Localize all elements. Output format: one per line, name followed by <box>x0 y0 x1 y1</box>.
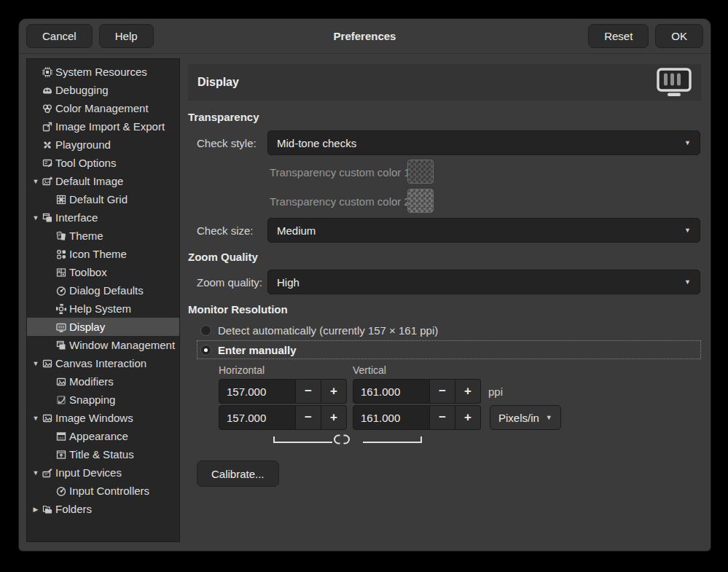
sidebar-item-label: Theme <box>69 230 103 242</box>
increment-button[interactable]: + <box>321 379 347 404</box>
input-controllers-icon <box>55 485 67 497</box>
titlebar-right-buttons: Reset OK <box>588 24 703 48</box>
chevron-down-icon[interactable]: ▼ <box>31 360 41 367</box>
decrement-button[interactable]: − <box>296 379 321 404</box>
sidebar-item-help-system[interactable]: Help System <box>27 299 179 318</box>
vertical-unit-input[interactable] <box>353 405 430 430</box>
sidebar-item-icon-theme[interactable]: Icon Theme <box>27 245 179 263</box>
input-devices-icon <box>41 467 53 479</box>
dialog-defaults-icon <box>55 285 67 297</box>
ppi-unit-label: ppi <box>488 379 503 404</box>
indent-spacer <box>41 199 55 200</box>
snapping-icon <box>55 394 67 406</box>
sidebar-item-label: Display <box>69 321 105 333</box>
increment-button[interactable]: + <box>455 405 481 430</box>
title-status-icon <box>55 449 67 461</box>
sidebar-item-display[interactable]: Display <box>27 318 179 336</box>
decrement-button[interactable]: − <box>430 405 455 430</box>
sidebar-item-modifiers[interactable]: Modifiers <box>27 372 179 391</box>
sidebar-item-input-devices[interactable]: ▼Input Devices <box>27 463 179 482</box>
ok-button[interactable]: OK <box>655 24 703 48</box>
image-star-icon <box>41 176 53 187</box>
sidebar-item-default-image[interactable]: ▼Default Image <box>27 172 179 190</box>
sidebar-item-color-management[interactable]: Color Management <box>27 99 179 117</box>
sidebar-item-theme[interactable]: Theme <box>27 227 179 245</box>
horizontal-column-label: Horizontal <box>219 364 265 376</box>
horizontal-ppi-input[interactable] <box>219 379 296 404</box>
sidebar-item-window-management[interactable]: Window Management <box>27 336 179 354</box>
sidebar-item-label: Icon Theme <box>69 248 127 260</box>
titlebar: Cancel Help Preferences Reset OK <box>19 19 711 54</box>
calibrate-button[interactable]: Calibrate... <box>197 461 279 487</box>
zoom-quality-dropdown[interactable]: High ▼ <box>267 270 700 294</box>
import-export-icon <box>41 121 53 133</box>
vertical-ppi-input[interactable] <box>353 379 430 404</box>
indent-spacer <box>41 381 55 382</box>
sidebar-item-appearance[interactable]: Appearance <box>27 427 179 445</box>
check-style-dropdown[interactable]: Mid-tone checks ▼ <box>267 130 700 155</box>
modifiers-icon <box>55 376 67 388</box>
sidebar-item-label: Interface <box>55 211 98 224</box>
chevron-down-icon[interactable]: ▼ <box>31 415 41 422</box>
sidebar-item-canvas-interaction[interactable]: ▼Canvas Interaction <box>27 354 179 372</box>
horizontal-unit-input[interactable] <box>219 405 296 430</box>
detect-automatically-option[interactable]: Detect automatically (currently 157 × 16… <box>200 322 438 338</box>
sidebar-item-toolbox[interactable]: Toolbox <box>27 263 179 281</box>
chevron-down-icon: ▼ <box>684 227 691 234</box>
sidebar-item-folders[interactable]: ▶Folders <box>27 500 179 518</box>
indent-spacer <box>41 345 55 345</box>
sidebar-item-debugging[interactable]: Debugging <box>27 81 179 99</box>
preferences-dialog: Cancel Help Preferences Reset OK System … <box>19 19 711 551</box>
chevron-down-icon[interactable]: ▼ <box>31 178 41 185</box>
increment-button[interactable]: + <box>455 379 481 404</box>
sidebar-item-snapping[interactable]: Snapping <box>27 391 179 409</box>
sidebar-item-label: Tool Options <box>55 157 116 169</box>
cancel-button[interactable]: Cancel <box>26 24 93 48</box>
sidebar-item-label: Color Management <box>55 102 149 114</box>
reset-button[interactable]: Reset <box>588 24 649 48</box>
chevron-down-icon: ▼ <box>684 139 691 146</box>
radio-checked-icon[interactable] <box>200 345 211 356</box>
check-style-label: Check style: <box>197 130 257 155</box>
enter-manually-option[interactable]: Enter manually <box>197 340 701 359</box>
indent-spacer <box>41 235 55 236</box>
sidebar-list: System ResourcesDebuggingColor Managemen… <box>26 58 180 542</box>
sidebar-item-input-controllers[interactable]: Input Controllers <box>27 482 179 500</box>
chevron-down-icon[interactable]: ▼ <box>31 469 41 477</box>
chain-line-left <box>273 436 332 443</box>
unit-selector-dropdown[interactable]: Pixels/in ▼ <box>490 405 561 430</box>
sidebar-item-default-grid[interactable]: Default Grid <box>27 190 179 208</box>
sidebar-item-label: Input Devices <box>55 466 122 479</box>
decrement-button[interactable]: − <box>430 379 455 404</box>
sidebar-item-image-windows[interactable]: ▼Image Windows <box>27 409 179 427</box>
chevron-right-icon[interactable]: ▶ <box>31 506 41 513</box>
indent-spacer <box>41 272 55 273</box>
check-size-dropdown[interactable]: Medium ▼ <box>267 218 700 243</box>
broken-chain-icon[interactable] <box>333 434 351 445</box>
sidebar-item-label: Debugging <box>55 84 109 96</box>
sidebar-item-tool-options[interactable]: Tool Options <box>27 154 179 172</box>
increment-button[interactable]: + <box>321 405 347 430</box>
chevron-down-icon: ▼ <box>684 278 691 286</box>
radio-unchecked-icon[interactable] <box>200 325 211 336</box>
sidebar-item-system-resources[interactable]: System Resources <box>27 63 179 81</box>
sidebar-item-title-status[interactable]: Title & Status <box>27 445 179 463</box>
indent-spacer <box>41 254 55 254</box>
window-management-icon <box>55 340 67 351</box>
sidebar-item-dialog-defaults[interactable]: Dialog Defaults <box>27 281 179 299</box>
indent-spacer <box>41 308 55 309</box>
chevron-down-icon[interactable]: ▼ <box>31 214 41 222</box>
help-button[interactable]: Help <box>99 24 154 48</box>
sidebar-item-image-import-export[interactable]: Image Import & Export <box>27 117 179 136</box>
detect-automatically-label: Detect automatically (currently 157 × 16… <box>218 324 438 337</box>
sidebar-item-playground[interactable]: Playground <box>27 136 179 154</box>
decrement-button[interactable]: − <box>296 405 321 430</box>
sidebar-item-interface[interactable]: ▼Interface <box>27 208 179 227</box>
chevron-down-icon: ▼ <box>546 414 552 421</box>
cpu-icon <box>41 66 53 78</box>
horizontal-unit-spinbox: − + <box>219 405 347 430</box>
custom-color2-swatch[interactable] <box>407 189 434 213</box>
grid-icon <box>55 194 67 205</box>
custom-color1-swatch[interactable] <box>407 160 434 184</box>
sidebar-item-label: Title & Status <box>69 448 134 461</box>
